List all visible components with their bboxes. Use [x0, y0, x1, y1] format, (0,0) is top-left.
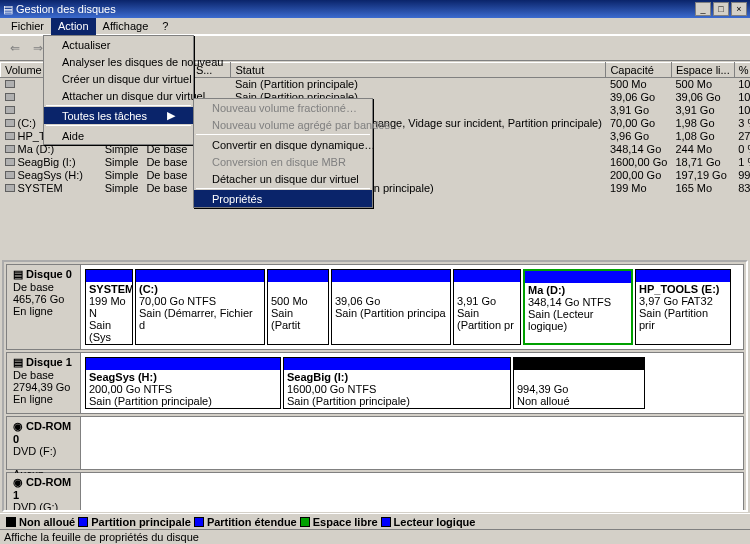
back-button[interactable]: ⇐ — [5, 38, 25, 58]
swatch-extended-icon — [194, 517, 204, 527]
legend: Non alloué Partition principale Partitio… — [0, 513, 750, 530]
col-capacity[interactable]: Capacité — [606, 63, 672, 78]
sub-to-dynamic[interactable]: Convertir en disque dynamique… — [194, 136, 372, 153]
partition-block[interactable]: 500 MoSain (Partit — [267, 269, 329, 345]
disk-0-row[interactable]: ▤ Disque 0 De base 465,76 Go En ligne SY… — [6, 264, 744, 350]
partition-block[interactable]: SeagSys (H:)200,00 Go NTFSSain (Partitio… — [85, 357, 281, 409]
menu-help[interactable]: ? — [155, 18, 175, 35]
maximize-button[interactable]: □ — [713, 2, 729, 16]
legend-extended: Partition étendue — [207, 516, 297, 528]
legend-free: Espace libre — [313, 516, 378, 528]
menu-attach-vhd[interactable]: Attacher un disque dur virtuel — [44, 87, 193, 104]
window-title: Gestion des disques — [16, 3, 116, 15]
sub-new-stripe: Nouveau volume agrégé par bandes… — [194, 116, 372, 133]
menu-file[interactable]: Fichier — [4, 18, 51, 35]
partition-block[interactable]: SeagBig (I:)1600,00 Go NTFSSain (Partiti… — [283, 357, 511, 409]
sub-new-span: Nouveau volume fractionné… — [194, 99, 372, 116]
menu-all-tasks[interactable]: Toutes les tâches▶ — [44, 107, 193, 124]
menu-help[interactable]: Aide — [44, 127, 193, 144]
menu-create-vhd[interactable]: Créer un disque dur virtuel — [44, 70, 193, 87]
partition-block[interactable]: (C:)70,00 Go NTFSSain (Démarrer, Fichier… — [135, 269, 265, 345]
minimize-button[interactable]: _ — [695, 2, 711, 16]
table-row[interactable]: SeagSys (H:)SimpleDe baseNTFSSain (Parti… — [1, 169, 751, 182]
swatch-primary-icon — [78, 517, 88, 527]
sub-detach-vhd[interactable]: Détacher un disque dur virtuel — [194, 170, 372, 187]
table-row[interactable]: SYSTEMSimpleDe baseNTFSSain (Système, Ac… — [1, 182, 751, 195]
title-bar: ▤ Gestion des disques _ □ × — [0, 0, 750, 18]
partition-block[interactable]: 994,39 GoNon alloué — [513, 357, 645, 409]
table-row[interactable]: SeagBig (I:)SimpleDe baseNTFSSain (Parti… — [1, 156, 751, 169]
cdrom-1-row[interactable]: ◉ CD-ROM 1 DVD (G:) Aucun média — [6, 472, 744, 512]
tasks-submenu: Nouveau volume fractionné… Nouveau volum… — [193, 98, 373, 208]
disk-graph: ▤ Disque 0 De base 465,76 Go En ligne SY… — [2, 260, 748, 512]
partition-block[interactable]: Ma (D:)348,14 Go NTFSSain (Lecteur logiq… — [523, 269, 633, 345]
disk-0-info: ▤ Disque 0 De base 465,76 Go En ligne — [7, 265, 81, 349]
cdrom-1-info: ◉ CD-ROM 1 DVD (G:) Aucun média — [7, 473, 81, 512]
swatch-unalloc-icon — [6, 517, 16, 527]
status-text: Affiche la feuille de propriétés du disq… — [4, 531, 199, 543]
close-button[interactable]: × — [731, 2, 747, 16]
partition-block[interactable]: HP_TOOLS (E:)3,97 Go FAT32Sain (Partitio… — [635, 269, 731, 345]
cdrom-0-row[interactable]: ◉ CD-ROM 0 DVD (F:) Aucun média — [6, 416, 744, 470]
menu-action[interactable]: Action — [51, 18, 96, 35]
status-bar: Affiche la feuille de propriétés du disq… — [0, 529, 750, 544]
partition-block[interactable]: SYSTEM199 Mo NSain (Sys — [85, 269, 133, 345]
menu-refresh[interactable]: Actualiser — [44, 36, 193, 53]
menu-bar: Fichier Action Affichage ? — [0, 18, 750, 35]
action-dropdown: Actualiser Analyser les disques de nouve… — [43, 35, 194, 145]
legend-unalloc: Non alloué — [19, 516, 75, 528]
disk-1-info: ▤ Disque 1 De base 2794,39 Go En ligne — [7, 353, 81, 413]
sub-to-mbr: Conversion en disque MBR — [194, 153, 372, 170]
swatch-free-icon — [300, 517, 310, 527]
col-free[interactable]: Espace li... — [671, 63, 734, 78]
cdrom-0-info: ◉ CD-ROM 0 DVD (F:) Aucun média — [7, 417, 81, 469]
legend-primary: Partition principale — [91, 516, 191, 528]
col-status[interactable]: Statut — [231, 63, 606, 78]
legend-logical: Lecteur logique — [394, 516, 476, 528]
menu-view[interactable]: Affichage — [96, 18, 156, 35]
disk-1-row[interactable]: ▤ Disque 1 De base 2794,39 Go En ligne S… — [6, 352, 744, 414]
partition-block[interactable]: 3,91 GoSain (Partition pr — [453, 269, 521, 345]
swatch-logical-icon — [381, 517, 391, 527]
app-icon: ▤ — [3, 3, 13, 16]
menu-rescan[interactable]: Analyser les disques de nouveau — [44, 53, 193, 70]
partition-block[interactable]: 39,06 GoSain (Partition principa — [331, 269, 451, 345]
sub-properties[interactable]: Propriétés — [194, 190, 372, 207]
col-percent[interactable]: % Libres — [734, 63, 750, 78]
